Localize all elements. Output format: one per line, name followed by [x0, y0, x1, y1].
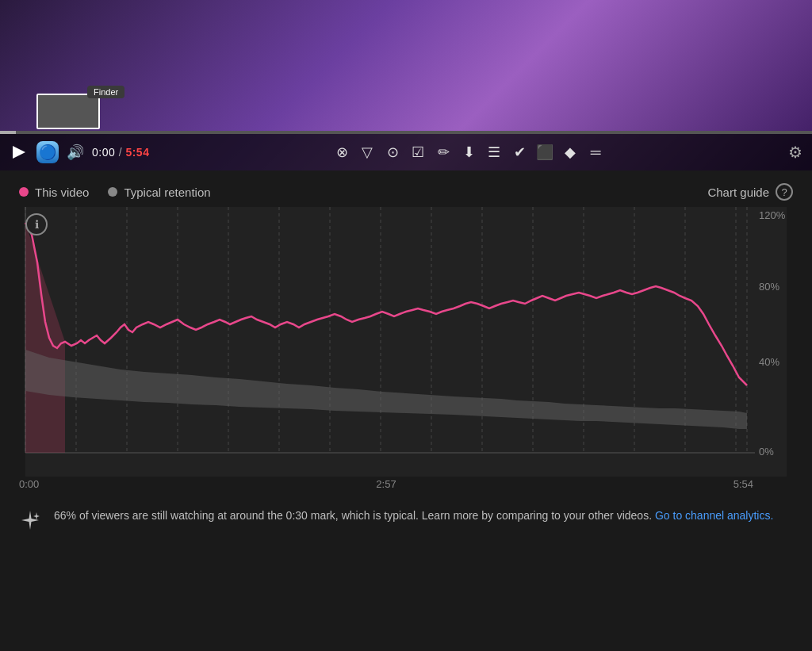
- dock-icon-6: ⬇: [458, 141, 480, 163]
- chart-wrapper: ℹ 120% 80% 40% 0%: [19, 207, 793, 490]
- retention-chart: 120% 80% 40% 0%: [19, 207, 793, 477]
- svg-rect-0: [25, 207, 787, 477]
- info-icon: ℹ: [25, 213, 48, 236]
- x-axis-labels: 0:00 2:57 5:54: [19, 477, 793, 490]
- dock-icon-5: ✏: [432, 141, 454, 163]
- dock-icon-10: ◆: [559, 141, 581, 163]
- x-label-start: 0:00: [19, 478, 39, 490]
- finder-icon: 🔵: [36, 141, 59, 163]
- dock-icons: ⊗ ▽ ⊙ ☑ ✏ ⬇ ☰ ✔ ⬛ ◆ ═: [157, 141, 780, 163]
- sparkle-icon: [19, 509, 41, 536]
- svg-text:120%: 120%: [759, 209, 786, 221]
- legend-this-video: This video: [19, 186, 89, 199]
- legend-bar: This video Typical retention Chart guide…: [0, 170, 812, 207]
- insight-link[interactable]: Go to channel analytics.: [655, 509, 773, 522]
- time-display: 0:00 / 5:54: [92, 146, 149, 159]
- typical-retention-dot: [108, 187, 117, 197]
- legend-typical-retention: Typical retention: [108, 186, 210, 199]
- time-current: 0:00: [92, 146, 115, 159]
- svg-text:0%: 0%: [759, 446, 774, 458]
- finder-label: Finder: [94, 87, 118, 97]
- video-preview: Finder 🔵 🔊 0:00 / 5:54 ⊗ ▽ ⊙ ☑ ✏ ⬇ ☰: [0, 0, 812, 170]
- svg-text:80%: 80%: [759, 281, 779, 293]
- svg-text:40%: 40%: [759, 356, 779, 368]
- x-label-end: 5:54: [733, 478, 753, 490]
- insight-main-text: 66% of viewers are still watching at aro…: [54, 509, 652, 522]
- this-video-dot: [19, 187, 29, 197]
- insight-text: 66% of viewers are still watching at aro…: [54, 507, 773, 524]
- progress-fill: [0, 131, 16, 134]
- help-icon[interactable]: ?: [776, 183, 793, 201]
- dock-icon-3: ⊙: [381, 141, 404, 163]
- dock-icon-7: ☰: [483, 141, 505, 163]
- progress-bar[interactable]: [0, 131, 812, 134]
- x-label-mid: 2:57: [376, 478, 396, 490]
- finder-popup: Finder: [87, 86, 124, 98]
- settings-icon[interactable]: ⚙: [788, 143, 802, 162]
- insight-area: 66% of viewers are still watching at aro…: [0, 493, 812, 550]
- dock-icon-9: ⬛: [534, 141, 556, 163]
- dock-icon-8: ✔: [508, 141, 530, 163]
- scrubber-thumbnail: [36, 94, 100, 129]
- play-icon: [13, 146, 25, 159]
- chart-guide-button[interactable]: Chart guide ?: [707, 183, 793, 201]
- this-video-label: This video: [35, 186, 89, 199]
- video-controls: 🔵 🔊 0:00 / 5:54 ⊗ ▽ ⊙ ☑ ✏ ⬇ ☰ ✔ ⬛ ◆ ═ ⚙: [0, 134, 812, 170]
- time-total: 5:54: [125, 146, 149, 159]
- typical-retention-label: Typical retention: [124, 186, 210, 199]
- chart-guide-label: Chart guide: [707, 186, 769, 199]
- play-button[interactable]: [10, 143, 29, 162]
- video-overlay: 🔵 🔊 0:00 / 5:54 ⊗ ▽ ⊙ ☑ ✏ ⬇ ☰ ✔ ⬛ ◆ ═ ⚙: [0, 131, 812, 170]
- dock-icon-4: ☑: [407, 141, 429, 163]
- dock-icon-11: ═: [584, 141, 607, 163]
- volume-icon[interactable]: 🔊: [67, 144, 84, 161]
- dock-icon-2: ▽: [356, 141, 378, 163]
- dock-icon-1: ⊗: [331, 141, 353, 163]
